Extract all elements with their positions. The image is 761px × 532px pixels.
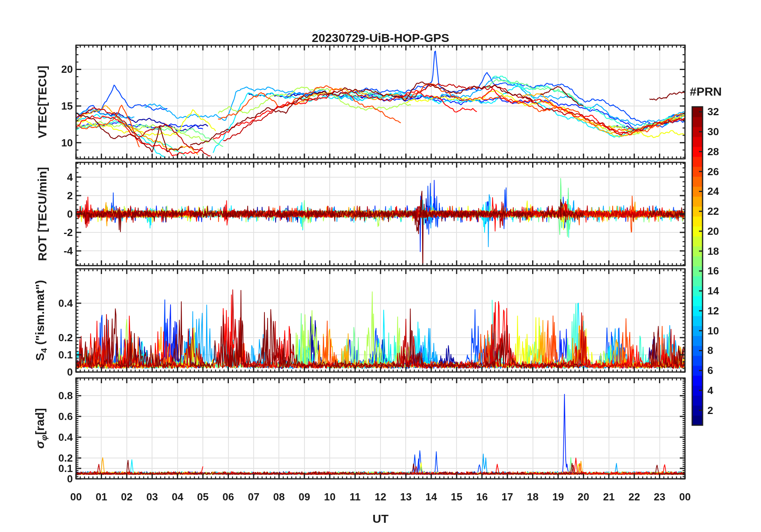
y-tick-label: 4 — [67, 171, 73, 183]
y-axis-label-vtec-text: VTEC[TECU] — [36, 66, 49, 138]
x-tick-label: 20 — [578, 491, 589, 503]
y-tick-label: 0 — [67, 208, 73, 220]
y-tick-label: 0.1 — [58, 349, 73, 361]
x-tick-label: 16 — [476, 491, 488, 503]
colorbar-tick-label: 16 — [707, 265, 719, 277]
chart-title: 20230729-UiB-HOP-GPS — [312, 31, 449, 45]
x-tick-label: 17 — [502, 491, 513, 503]
y-tick-label: 2 — [67, 189, 73, 202]
x-tick-label: 05 — [197, 491, 209, 503]
y-axis-label-sigma-sub: φ — [39, 435, 48, 441]
y-tick-label: 0.8 — [58, 390, 73, 402]
y-tick-label: 0.4 — [58, 431, 73, 444]
colorbar-tick-label: 28 — [707, 145, 719, 158]
y-axis-label-s4-pre: S — [33, 353, 46, 361]
y-tick-label: 0.2 — [58, 452, 73, 464]
x-tick-label: 02 — [121, 491, 132, 503]
x-tick-label: 13 — [400, 491, 412, 503]
y-axis-label-rot-text: ROT [TECU/min] — [36, 167, 49, 261]
y-tick-label: 0.4 — [58, 297, 73, 310]
y-axis-label-sigma-pre: σ — [33, 441, 46, 449]
y-axis-label-sigma: σφ[rad] — [33, 408, 47, 448]
x-tick-label: 19 — [552, 491, 564, 503]
y-tick-label: 0 — [67, 366, 73, 378]
colorbar-tick-label: 26 — [707, 165, 719, 178]
x-tick-label: 23 — [654, 491, 665, 503]
y-tick-label: 20 — [61, 63, 73, 76]
x-tick-label: 06 — [222, 491, 234, 503]
x-tick-label: 00 — [70, 491, 82, 503]
y-axis-label-vtec: VTEC[TECU] — [36, 66, 49, 138]
colorbar-tick-label: 22 — [707, 205, 719, 218]
colorbar-tick-label: 20 — [707, 225, 719, 237]
y-tick-label: -4 — [64, 245, 73, 257]
x-tick-label: 14 — [425, 491, 437, 503]
colorbar-tick-label: 6 — [707, 364, 713, 377]
colorbar-tick-label: 2 — [707, 404, 713, 416]
colorbar-title: #PRN — [690, 85, 722, 98]
y-axis-label-s4: S4 ("ism.mat") — [33, 280, 47, 361]
x-tick-label: 11 — [350, 491, 361, 503]
y-axis-label-rot: ROT [TECU/min] — [36, 167, 49, 261]
x-tick-label: 21 — [603, 491, 615, 503]
x-tick-label: 22 — [629, 491, 640, 503]
y-axis-label-sigma-post: [rad] — [33, 408, 46, 435]
x-tick-label: 00 — [679, 491, 691, 503]
colorbar-tick-label: 4 — [707, 384, 713, 396]
colorbar-tick-label: 30 — [707, 126, 719, 138]
y-axis-label-s4-post: ("ism.mat") — [33, 280, 46, 348]
y-tick-label: 0.6 — [58, 410, 73, 423]
plot-canvas — [0, 0, 761, 532]
y-tick-label: 15 — [61, 100, 73, 112]
x-tick-label: 18 — [527, 491, 539, 503]
y-tick-label: 10 — [61, 136, 73, 149]
colorbar-tick-label: 18 — [707, 245, 719, 257]
y-axis-label-s4-sub: 4 — [39, 348, 48, 353]
x-tick-label: 08 — [273, 491, 285, 503]
x-tick-label: 15 — [451, 491, 463, 503]
x-tick-label: 12 — [375, 491, 387, 503]
y-tick-label: -2 — [64, 226, 73, 239]
x-axis-label: UT — [372, 512, 389, 526]
figure: 20230729-UiB-HOP-GPS VTEC[TECU] ROT [TEC… — [0, 0, 761, 532]
x-tick-label: 07 — [248, 491, 259, 503]
colorbar-tick-label: 8 — [707, 344, 713, 357]
x-tick-label: 09 — [298, 491, 310, 503]
colorbar-tick-label: 12 — [707, 304, 719, 317]
colorbar-tick-label: 10 — [707, 324, 719, 337]
colorbar-tick-label: 14 — [707, 285, 719, 297]
colorbar-tick-label: 24 — [707, 185, 719, 198]
x-tick-label: 10 — [324, 491, 336, 503]
colorbar-tick-label: 32 — [707, 106, 719, 118]
x-tick-label: 03 — [146, 491, 158, 503]
x-tick-label: 04 — [172, 491, 183, 503]
y-tick-label: 0.2 — [58, 332, 73, 344]
x-tick-label: 01 — [96, 491, 107, 503]
